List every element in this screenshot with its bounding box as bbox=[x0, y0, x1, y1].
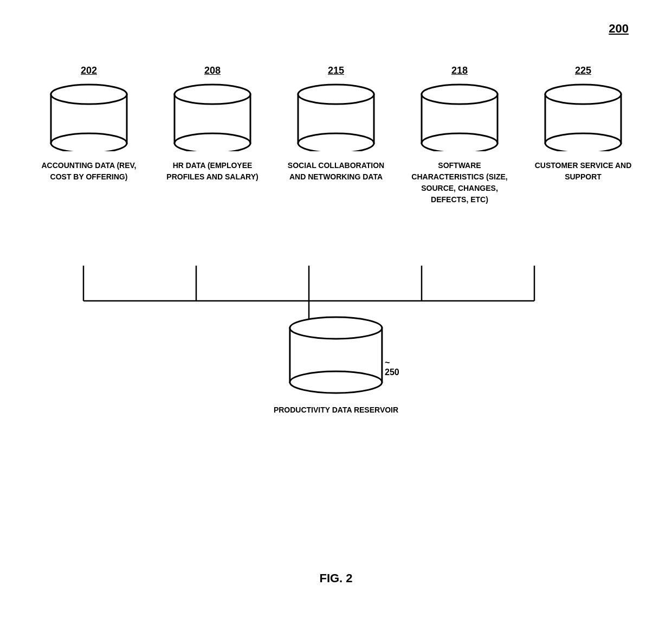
svg-point-21 bbox=[545, 133, 621, 151]
cylinder-svg-215 bbox=[295, 81, 377, 151]
cylinder-svg-250 bbox=[287, 314, 385, 396]
cylinder-label-218: 218 bbox=[451, 65, 468, 76]
cylinder-label-225: 225 bbox=[575, 65, 591, 76]
diagram-container: 200 202 ACCOUNTING DAT bbox=[0, 0, 672, 618]
bottom-cylinder-text: PRODUCTIVITY DATA RESERVOIR bbox=[274, 404, 398, 416]
svg-point-22 bbox=[545, 85, 621, 104]
cylinder-group-208: 208 HR DATA (EMPLOYEE PROFILES AND SALAR… bbox=[161, 65, 264, 183]
cylinder-label-208: 208 bbox=[204, 65, 221, 76]
cylinder-label-215: 215 bbox=[328, 65, 344, 76]
cylinder-text-202: ACCOUNTING DATA (REV, COST BY OFFERING) bbox=[40, 160, 138, 183]
cylinder-label-202: 202 bbox=[81, 65, 97, 76]
cylinder-text-215: SOCIAL COLLABORATION AND NETWORKING DATA bbox=[287, 160, 385, 183]
cylinder-svg-218 bbox=[419, 81, 500, 151]
cylinder-svg-225 bbox=[542, 81, 624, 151]
svg-point-13 bbox=[175, 85, 250, 104]
fig-caption: FIG. 2 bbox=[319, 571, 352, 585]
bottom-cylinder-group: ~ 250 PRODUCTIVITY DATA RESERVOIR bbox=[274, 314, 398, 416]
svg-point-10 bbox=[51, 85, 127, 104]
svg-point-18 bbox=[422, 133, 497, 151]
cylinders-row: 202 ACCOUNTING DATA (REV, COST BY OFFERI… bbox=[27, 65, 645, 205]
cylinder-group-218: 218 SOFTWARE CHARACTERISTICS (SIZE, SOUR… bbox=[408, 65, 511, 205]
svg-point-25 bbox=[290, 317, 382, 339]
svg-point-12 bbox=[175, 133, 250, 151]
cylinder-text-208: HR DATA (EMPLOYEE PROFILES AND SALARY) bbox=[164, 160, 261, 183]
svg-point-19 bbox=[422, 85, 497, 104]
cylinder-svg-202 bbox=[48, 81, 130, 151]
svg-point-24 bbox=[290, 371, 382, 393]
svg-point-9 bbox=[51, 133, 127, 151]
cylinder-svg-208 bbox=[172, 81, 253, 151]
cylinder-group-202: 202 ACCOUNTING DATA (REV, COST BY OFFERI… bbox=[37, 65, 140, 183]
cylinder-group-225: 225 CUSTOMER SERVICE AND SUPPORT bbox=[532, 65, 635, 183]
cylinder-group-215: 215 SOCIAL COLLABORATION AND NETWORKING … bbox=[285, 65, 387, 183]
svg-point-16 bbox=[298, 85, 374, 104]
cylinder-text-225: CUSTOMER SERVICE AND SUPPORT bbox=[534, 160, 632, 183]
cylinder-text-218: SOFTWARE CHARACTERISTICS (SIZE, SOURCE, … bbox=[411, 160, 508, 205]
bottom-cylinder-label: ~ 250 bbox=[385, 358, 399, 377]
figure-number: 200 bbox=[609, 22, 629, 36]
svg-point-15 bbox=[298, 133, 374, 151]
